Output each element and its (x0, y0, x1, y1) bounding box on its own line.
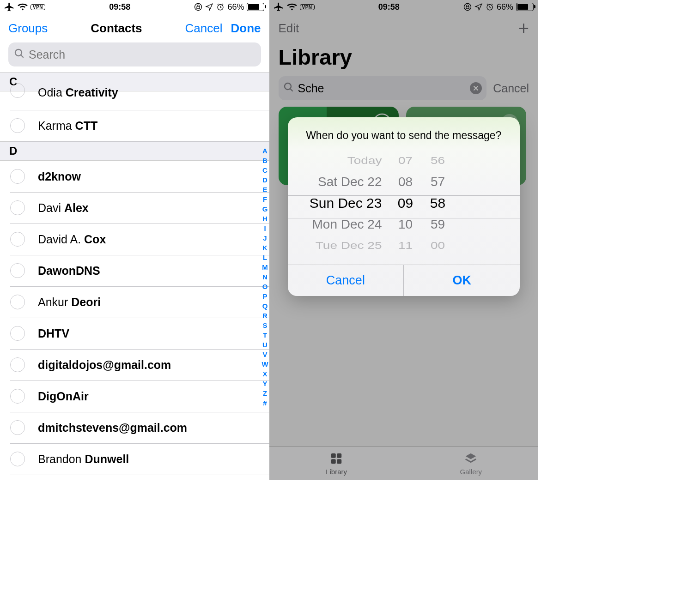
location-icon (205, 3, 213, 11)
contact-row[interactable]: DawonDNS (0, 255, 269, 286)
svg-point-0 (195, 4, 202, 11)
contact-row[interactable]: David A. Cox (0, 223, 269, 255)
datetime-dialog: When do you want to send the message? To… (288, 117, 520, 296)
select-circle[interactable] (10, 200, 25, 215)
search-field[interactable] (8, 42, 261, 66)
select-circle[interactable] (10, 389, 25, 404)
dialog-ok-button[interactable]: OK (404, 265, 520, 296)
select-circle[interactable] (10, 357, 25, 372)
select-circle[interactable] (10, 83, 25, 98)
contact-row[interactable]: Brandon Dunwell (0, 443, 269, 475)
select-circle[interactable] (10, 169, 25, 184)
contact-row[interactable]: dmitchstevens@gmail.com (0, 412, 269, 443)
contact-row[interactable]: DigOnAir (0, 380, 269, 412)
contact-row[interactable]: Karma CTT (0, 110, 269, 141)
wifi-icon (18, 3, 28, 11)
battery-icon (247, 3, 264, 11)
datetime-picker[interactable]: Today0756 Sat Dec 220857 Sun Dec 230958 … (288, 150, 520, 265)
status-time: 09:58 (109, 2, 130, 12)
search-input[interactable] (29, 48, 255, 61)
lock-rotate-icon (194, 3, 202, 11)
select-circle[interactable] (10, 118, 25, 133)
battery-pct: 66% (227, 2, 244, 12)
contact-row[interactable]: Ankur Deori (0, 286, 269, 318)
contact-row[interactable]: Odia Creativity (0, 91, 269, 110)
contact-row[interactable]: d2know (0, 161, 269, 192)
select-circle[interactable] (10, 232, 25, 247)
alpha-index[interactable]: ABCDEFGHIJKLMNOPQRSTUVWXYZ# (261, 146, 269, 408)
select-circle[interactable] (10, 263, 25, 278)
page-title: Contacts (91, 21, 142, 36)
contact-row[interactable]: DHTV (0, 318, 269, 349)
done-button[interactable]: Done (231, 21, 261, 36)
select-circle[interactable] (10, 326, 25, 341)
library-screen: VPN 09:58 66% Edit + Library Sche Cancel (269, 0, 539, 480)
contact-row[interactable]: Davi Alex (0, 192, 269, 223)
dialog-cancel-button[interactable]: Cancel (288, 265, 404, 296)
dialog-title: When do you want to send the message? (288, 117, 520, 144)
section-header-d: D (0, 141, 269, 161)
airplane-icon (5, 2, 15, 12)
search-icon (14, 48, 25, 61)
select-circle[interactable] (10, 420, 25, 435)
vpn-badge: VPN (30, 4, 45, 10)
select-circle[interactable] (10, 452, 25, 466)
select-circle[interactable] (10, 295, 25, 309)
contact-row[interactable]: digitaldojos@gmail.com (0, 349, 269, 380)
groups-button[interactable]: Groups (8, 21, 48, 36)
nav-bar: Groups Contacts Cancel Done (0, 14, 269, 42)
contacts-screen: VPN 09:58 66% Groups Contacts Cancel Don… (0, 0, 269, 480)
cancel-button[interactable]: Cancel (185, 21, 223, 36)
alarm-icon (216, 3, 225, 11)
status-bar: VPN 09:58 66% (0, 0, 269, 14)
